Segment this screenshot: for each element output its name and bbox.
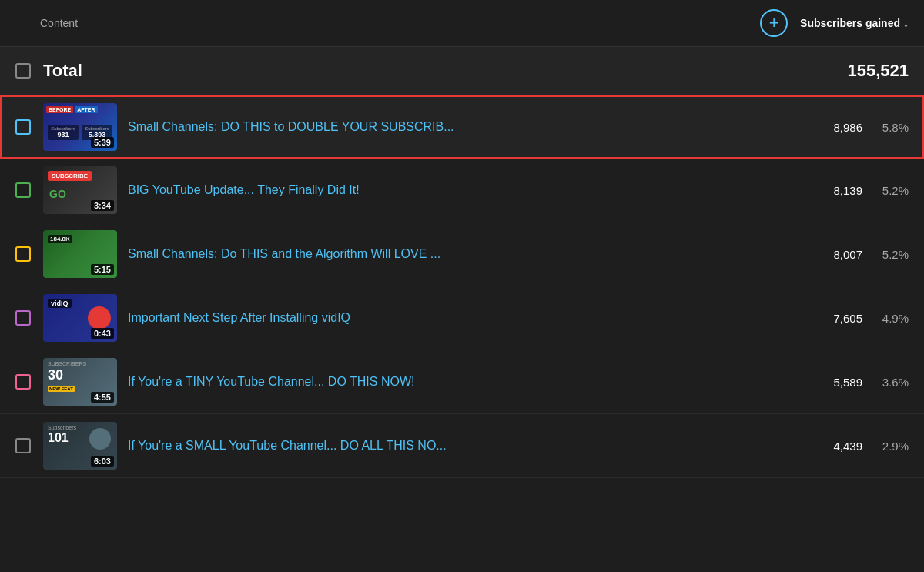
row-checkbox-wrapper[interactable]: [12, 119, 34, 135]
go-label: GO: [49, 188, 66, 200]
row-checkbox-wrapper[interactable]: [12, 438, 34, 453]
video-thumbnail: 184.8K 5:15: [43, 230, 117, 278]
table-row[interactable]: 184.8K 5:15 Small Channels: Do THIS and …: [0, 222, 924, 286]
select-all-checkbox-wrapper[interactable]: [12, 63, 34, 79]
stat-value: 4,439: [801, 440, 862, 453]
video-title: Important Next Step After Installing vid…: [128, 311, 801, 325]
table-header: Content + Subscribers gained ↓: [0, 0, 924, 47]
video-thumbnail: Subscribers 101 6:03: [43, 422, 117, 470]
content-column-header: Content: [12, 17, 678, 29]
subscribe-label: SUBSCRIBE: [48, 171, 92, 181]
stat-percent: 3.6%: [862, 376, 909, 389]
row-checkbox[interactable]: [15, 119, 31, 135]
vidiq-label: vidIQ: [48, 299, 72, 308]
select-all-checkbox[interactable]: [15, 63, 31, 79]
total-label: Total: [43, 61, 816, 81]
duration-badge: 6:03: [91, 456, 114, 467]
row-checkbox[interactable]: [15, 246, 31, 262]
video-title: Small Channels: DO THIS to DOUBLE YOUR S…: [128, 120, 801, 134]
stat-value: 8,007: [801, 248, 862, 261]
content-table: Content + Subscribers gained ↓ Total 155…: [0, 0, 924, 478]
video-thumbnail: vidIQ 0:43: [43, 294, 117, 342]
video-title: Small Channels: Do THIS and the Algorith…: [128, 247, 801, 261]
stat-value: 8,139: [801, 184, 862, 197]
stat-percent: 2.9%: [862, 440, 909, 453]
duration-badge: 4:55: [91, 392, 114, 403]
video-title: BIG YouTube Update... They Finally Did I…: [128, 183, 801, 197]
stat-value: 5,589: [801, 376, 862, 389]
add-column-button[interactable]: +: [760, 9, 788, 37]
new-feature-label: NEW FEAT: [48, 386, 75, 392]
before-label: BEFORE: [46, 106, 73, 113]
video-thumbnail: SUBSCRIBE GO 3:34: [43, 166, 117, 214]
person-icon: [89, 428, 111, 450]
video-title: If You're a SMALL YouTube Channel... DO …: [128, 439, 801, 453]
row-checkbox[interactable]: [15, 310, 31, 326]
subs-value: 30: [48, 367, 63, 383]
subs-label: SUBSCRIBERS: [48, 361, 86, 366]
subs-value: 101: [48, 431, 69, 445]
row-checkbox[interactable]: [15, 438, 31, 453]
sort-arrow-icon: ↓: [903, 17, 909, 29]
subs-label: Subscribers: [48, 425, 76, 430]
duration-badge: 3:34: [91, 200, 114, 211]
row-checkbox-wrapper[interactable]: [12, 246, 34, 262]
table-row[interactable]: Subscribers 101 6:03 If You're a SMALL Y…: [0, 414, 924, 478]
table-row[interactable]: SUBSCRIBE GO 3:34 BIG YouTube Update... …: [0, 159, 924, 222]
stat-value: 7,605: [801, 312, 862, 325]
row-checkbox[interactable]: [15, 182, 31, 198]
stat-percent: 4.9%: [862, 312, 909, 325]
thumb-graphic: [88, 306, 111, 329]
row-checkbox-wrapper[interactable]: [12, 182, 34, 198]
total-value: 155,521: [816, 61, 909, 81]
table-row[interactable]: SUBSCRIBERS 30 NEW FEAT 4:55 If You're a…: [0, 350, 924, 414]
stat-percent: 5.8%: [862, 121, 909, 134]
subscribers-gained-header[interactable]: Subscribers gained ↓: [800, 17, 909, 29]
table-row[interactable]: BEFORE AFTER Subscribers 931 Subscribers…: [0, 95, 924, 159]
stat-value: 8,986: [801, 121, 862, 134]
video-title: If You're a TINY YouTube Channel... DO T…: [128, 375, 801, 389]
table-row[interactable]: vidIQ 0:43 Important Next Step After Ins…: [0, 286, 924, 350]
stat-percent: 5.2%: [862, 184, 909, 197]
views-label: 184.8K: [48, 235, 72, 243]
after-label: AFTER: [75, 106, 97, 113]
row-checkbox[interactable]: [15, 374, 31, 390]
row-checkbox-wrapper[interactable]: [12, 374, 34, 390]
row-checkbox-wrapper[interactable]: [12, 310, 34, 326]
video-thumbnail: SUBSCRIBERS 30 NEW FEAT 4:55: [43, 358, 117, 406]
total-row: Total 155,521: [0, 47, 924, 95]
duration-badge: 0:43: [91, 328, 114, 339]
thumb-stat-subscribers: Subscribers 931: [48, 125, 79, 140]
duration-badge: 5:15: [91, 264, 114, 275]
stat-percent: 5.2%: [862, 248, 909, 261]
duration-badge: 5:39: [91, 137, 114, 148]
header-right: + Subscribers gained ↓: [678, 9, 909, 37]
video-thumbnail: BEFORE AFTER Subscribers 931 Subscribers…: [43, 103, 117, 151]
